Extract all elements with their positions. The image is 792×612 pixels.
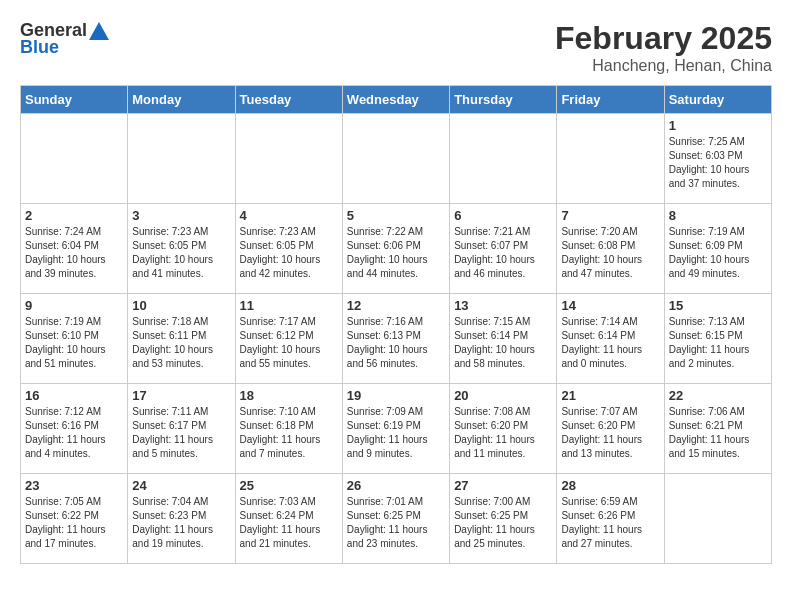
calendar-cell: 26Sunrise: 7:01 AM Sunset: 6:25 PM Dayli…: [342, 474, 449, 564]
day-info: Sunrise: 7:24 AM Sunset: 6:04 PM Dayligh…: [25, 225, 123, 281]
calendar-cell: 3Sunrise: 7:23 AM Sunset: 6:05 PM Daylig…: [128, 204, 235, 294]
day-info: Sunrise: 7:18 AM Sunset: 6:11 PM Dayligh…: [132, 315, 230, 371]
day-number: 6: [454, 208, 552, 223]
week-row-4: 16Sunrise: 7:12 AM Sunset: 6:16 PM Dayli…: [21, 384, 772, 474]
calendar-cell: 6Sunrise: 7:21 AM Sunset: 6:07 PM Daylig…: [450, 204, 557, 294]
day-number: 22: [669, 388, 767, 403]
week-row-1: 1Sunrise: 7:25 AM Sunset: 6:03 PM Daylig…: [21, 114, 772, 204]
calendar-cell: 27Sunrise: 7:00 AM Sunset: 6:25 PM Dayli…: [450, 474, 557, 564]
day-number: 26: [347, 478, 445, 493]
day-number: 13: [454, 298, 552, 313]
calendar-cell: 25Sunrise: 7:03 AM Sunset: 6:24 PM Dayli…: [235, 474, 342, 564]
day-info: Sunrise: 7:13 AM Sunset: 6:15 PM Dayligh…: [669, 315, 767, 371]
calendar-cell: 5Sunrise: 7:22 AM Sunset: 6:06 PM Daylig…: [342, 204, 449, 294]
day-info: Sunrise: 7:12 AM Sunset: 6:16 PM Dayligh…: [25, 405, 123, 461]
calendar-cell: 12Sunrise: 7:16 AM Sunset: 6:13 PM Dayli…: [342, 294, 449, 384]
day-number: 19: [347, 388, 445, 403]
calendar-cell: 28Sunrise: 6:59 AM Sunset: 6:26 PM Dayli…: [557, 474, 664, 564]
header: General Blue February 2025 Hancheng, Hen…: [20, 20, 772, 75]
day-info: Sunrise: 7:14 AM Sunset: 6:14 PM Dayligh…: [561, 315, 659, 371]
day-info: Sunrise: 7:25 AM Sunset: 6:03 PM Dayligh…: [669, 135, 767, 191]
day-info: Sunrise: 7:23 AM Sunset: 6:05 PM Dayligh…: [132, 225, 230, 281]
calendar-cell: 9Sunrise: 7:19 AM Sunset: 6:10 PM Daylig…: [21, 294, 128, 384]
day-number: 5: [347, 208, 445, 223]
week-row-5: 23Sunrise: 7:05 AM Sunset: 6:22 PM Dayli…: [21, 474, 772, 564]
calendar-subtitle: Hancheng, Henan, China: [555, 57, 772, 75]
calendar-cell: [21, 114, 128, 204]
calendar-cell: [128, 114, 235, 204]
calendar-cell: 14Sunrise: 7:14 AM Sunset: 6:14 PM Dayli…: [557, 294, 664, 384]
day-info: Sunrise: 6:59 AM Sunset: 6:26 PM Dayligh…: [561, 495, 659, 551]
day-number: 21: [561, 388, 659, 403]
calendar-cell: [557, 114, 664, 204]
day-number: 14: [561, 298, 659, 313]
day-number: 1: [669, 118, 767, 133]
day-number: 3: [132, 208, 230, 223]
day-info: Sunrise: 7:15 AM Sunset: 6:14 PM Dayligh…: [454, 315, 552, 371]
day-number: 2: [25, 208, 123, 223]
day-number: 20: [454, 388, 552, 403]
day-number: 25: [240, 478, 338, 493]
calendar-cell: 7Sunrise: 7:20 AM Sunset: 6:08 PM Daylig…: [557, 204, 664, 294]
day-info: Sunrise: 7:16 AM Sunset: 6:13 PM Dayligh…: [347, 315, 445, 371]
header-thursday: Thursday: [450, 86, 557, 114]
day-info: Sunrise: 7:22 AM Sunset: 6:06 PM Dayligh…: [347, 225, 445, 281]
day-info: Sunrise: 7:07 AM Sunset: 6:20 PM Dayligh…: [561, 405, 659, 461]
day-number: 4: [240, 208, 338, 223]
day-info: Sunrise: 7:08 AM Sunset: 6:20 PM Dayligh…: [454, 405, 552, 461]
day-info: Sunrise: 7:10 AM Sunset: 6:18 PM Dayligh…: [240, 405, 338, 461]
header-tuesday: Tuesday: [235, 86, 342, 114]
calendar-cell: [664, 474, 771, 564]
calendar-cell: 4Sunrise: 7:23 AM Sunset: 6:05 PM Daylig…: [235, 204, 342, 294]
header-sunday: Sunday: [21, 86, 128, 114]
day-number: 24: [132, 478, 230, 493]
day-info: Sunrise: 7:21 AM Sunset: 6:07 PM Dayligh…: [454, 225, 552, 281]
day-number: 23: [25, 478, 123, 493]
day-number: 28: [561, 478, 659, 493]
logo: General Blue: [20, 20, 109, 58]
day-info: Sunrise: 7:06 AM Sunset: 6:21 PM Dayligh…: [669, 405, 767, 461]
calendar-cell: 1Sunrise: 7:25 AM Sunset: 6:03 PM Daylig…: [664, 114, 771, 204]
day-info: Sunrise: 7:11 AM Sunset: 6:17 PM Dayligh…: [132, 405, 230, 461]
calendar-header-row: Sunday Monday Tuesday Wednesday Thursday…: [21, 86, 772, 114]
day-number: 7: [561, 208, 659, 223]
header-saturday: Saturday: [664, 86, 771, 114]
day-info: Sunrise: 7:17 AM Sunset: 6:12 PM Dayligh…: [240, 315, 338, 371]
calendar-title: February 2025: [555, 20, 772, 57]
day-info: Sunrise: 7:23 AM Sunset: 6:05 PM Dayligh…: [240, 225, 338, 281]
calendar-cell: 23Sunrise: 7:05 AM Sunset: 6:22 PM Dayli…: [21, 474, 128, 564]
day-info: Sunrise: 7:03 AM Sunset: 6:24 PM Dayligh…: [240, 495, 338, 551]
calendar-cell: [450, 114, 557, 204]
calendar-cell: 19Sunrise: 7:09 AM Sunset: 6:19 PM Dayli…: [342, 384, 449, 474]
calendar-cell: [235, 114, 342, 204]
calendar-cell: 20Sunrise: 7:08 AM Sunset: 6:20 PM Dayli…: [450, 384, 557, 474]
week-row-3: 9Sunrise: 7:19 AM Sunset: 6:10 PM Daylig…: [21, 294, 772, 384]
calendar-cell: 24Sunrise: 7:04 AM Sunset: 6:23 PM Dayli…: [128, 474, 235, 564]
calendar-cell: 17Sunrise: 7:11 AM Sunset: 6:17 PM Dayli…: [128, 384, 235, 474]
day-info: Sunrise: 7:20 AM Sunset: 6:08 PM Dayligh…: [561, 225, 659, 281]
day-number: 8: [669, 208, 767, 223]
day-number: 12: [347, 298, 445, 313]
header-wednesday: Wednesday: [342, 86, 449, 114]
calendar-cell: [342, 114, 449, 204]
calendar-cell: 21Sunrise: 7:07 AM Sunset: 6:20 PM Dayli…: [557, 384, 664, 474]
calendar-cell: 2Sunrise: 7:24 AM Sunset: 6:04 PM Daylig…: [21, 204, 128, 294]
day-info: Sunrise: 7:09 AM Sunset: 6:19 PM Dayligh…: [347, 405, 445, 461]
calendar-cell: 18Sunrise: 7:10 AM Sunset: 6:18 PM Dayli…: [235, 384, 342, 474]
day-number: 18: [240, 388, 338, 403]
day-info: Sunrise: 7:05 AM Sunset: 6:22 PM Dayligh…: [25, 495, 123, 551]
day-number: 15: [669, 298, 767, 313]
day-info: Sunrise: 7:19 AM Sunset: 6:09 PM Dayligh…: [669, 225, 767, 281]
calendar-cell: 13Sunrise: 7:15 AM Sunset: 6:14 PM Dayli…: [450, 294, 557, 384]
day-number: 17: [132, 388, 230, 403]
title-area: February 2025 Hancheng, Henan, China: [555, 20, 772, 75]
header-friday: Friday: [557, 86, 664, 114]
calendar-body: 1Sunrise: 7:25 AM Sunset: 6:03 PM Daylig…: [21, 114, 772, 564]
day-info: Sunrise: 7:19 AM Sunset: 6:10 PM Dayligh…: [25, 315, 123, 371]
calendar-cell: 11Sunrise: 7:17 AM Sunset: 6:12 PM Dayli…: [235, 294, 342, 384]
day-number: 16: [25, 388, 123, 403]
day-info: Sunrise: 7:00 AM Sunset: 6:25 PM Dayligh…: [454, 495, 552, 551]
calendar-cell: 15Sunrise: 7:13 AM Sunset: 6:15 PM Dayli…: [664, 294, 771, 384]
day-number: 11: [240, 298, 338, 313]
header-monday: Monday: [128, 86, 235, 114]
